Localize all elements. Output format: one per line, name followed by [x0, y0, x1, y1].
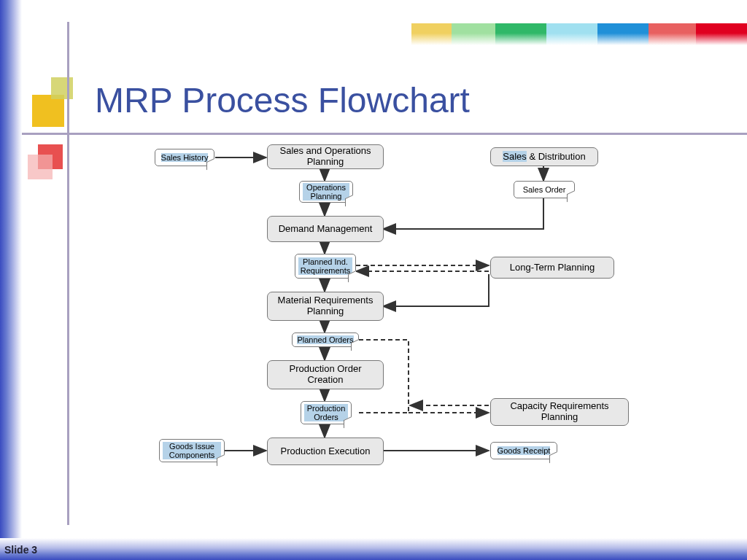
node-label: Production Orders: [304, 404, 348, 421]
deco-square: [32, 95, 64, 127]
node-pir: Planned Ind. Requirements: [295, 254, 356, 279]
node-sd: Sales & Distribution: [490, 147, 598, 166]
node-label: Goods Issue Components: [163, 442, 221, 459]
node-goods-issue: Goods Issue Components: [159, 439, 225, 462]
node-ltp: Long-Term Planning: [490, 257, 614, 279]
node-label-part: & Distribution: [527, 151, 586, 162]
node-sales-order: Sales Order: [514, 181, 575, 198]
node-mrp: Material Requirements Planning: [267, 292, 384, 321]
rainbow-bar: [411, 23, 747, 45]
horizontal-rule: [22, 133, 747, 135]
slide: MRP Process Flowchart: [0, 0, 747, 560]
node-ops-planning: Operations Planning: [299, 181, 353, 203]
node-label: Goods Receipt: [498, 446, 551, 455]
vertical-rule: [67, 22, 69, 525]
node-sop: Sales and Operations Planning: [267, 144, 384, 169]
slide-number: Slide 3: [4, 544, 37, 556]
deco-square: [51, 77, 73, 99]
node-po-creation: Production Order Creation: [267, 360, 384, 389]
gradient-left: [0, 0, 22, 560]
node-goods-receipt: Goods Receipt: [490, 442, 557, 459]
node-sales-history: Sales History: [155, 149, 214, 166]
node-crp: Capacity Requirements Planning: [490, 398, 629, 426]
gradient-bottom: [0, 538, 747, 560]
node-label: Operations Planning: [303, 183, 349, 201]
node-label: Sales History: [161, 153, 209, 162]
node-label-part: Sales: [503, 151, 527, 162]
node-prod-exec: Production Execution: [267, 438, 384, 465]
node-demand-mgmt: Demand Management: [267, 216, 384, 242]
connectors: [146, 143, 671, 537]
node-label: Planned Ind. Requirements: [298, 257, 352, 275]
node-planned-orders: Planned Orders: [292, 332, 359, 347]
flowchart: Sales History Sales and Operations Plann…: [146, 143, 671, 537]
deco-square: [28, 155, 53, 179]
node-label: Planned Orders: [297, 335, 353, 344]
node-prod-orders: Production Orders: [301, 401, 352, 424]
page-title: MRP Process Flowchart: [95, 80, 470, 120]
